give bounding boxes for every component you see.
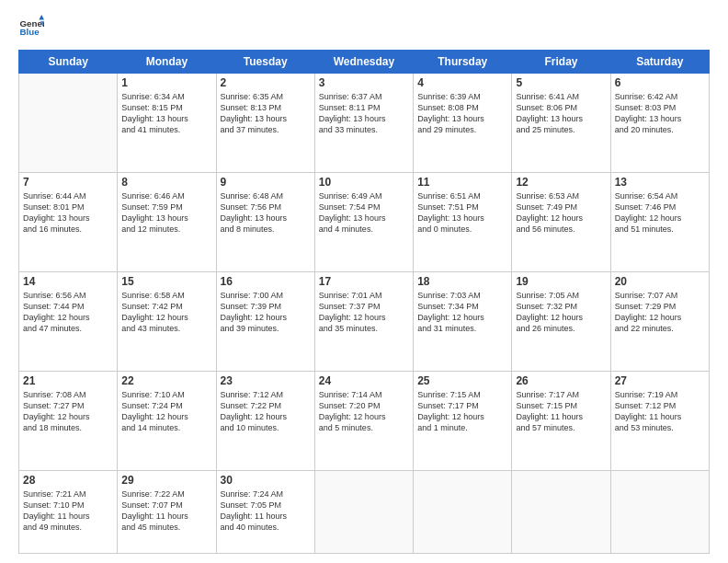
calendar-cell: 27Sunrise: 7:19 AM Sunset: 7:12 PM Dayli…: [610, 372, 709, 471]
day-info: Sunrise: 6:48 AM Sunset: 7:56 PM Dayligh…: [221, 190, 311, 236]
calendar-cell: 26Sunrise: 7:17 AM Sunset: 7:15 PM Dayli…: [512, 372, 610, 471]
calendar-cell: [414, 471, 512, 554]
page-header: General Blue: [18, 15, 710, 40]
logo-icon: General Blue: [18, 15, 44, 40]
day-number: 13: [615, 176, 705, 189]
calendar-cell: 17Sunrise: 7:01 AM Sunset: 7:37 PM Dayli…: [314, 272, 413, 372]
day-number: 3: [319, 76, 409, 89]
calendar-cell: 4Sunrise: 6:39 AM Sunset: 8:08 PM Daylig…: [414, 74, 512, 173]
calendar-cell: 10Sunrise: 6:49 AM Sunset: 7:54 PM Dayli…: [314, 173, 413, 272]
day-number: 2: [221, 76, 311, 89]
svg-text:Blue: Blue: [19, 27, 40, 37]
calendar-cell: 14Sunrise: 6:56 AM Sunset: 7:44 PM Dayli…: [19, 272, 118, 372]
day-number: 4: [417, 76, 507, 89]
calendar-cell: 13Sunrise: 6:54 AM Sunset: 7:46 PM Dayli…: [610, 173, 709, 272]
day-number: 20: [615, 275, 705, 288]
weekday-header: Wednesday: [314, 51, 413, 74]
day-number: 28: [23, 474, 113, 487]
calendar-cell: [512, 471, 610, 554]
day-number: 10: [319, 176, 409, 189]
calendar-cell: 2Sunrise: 6:35 AM Sunset: 8:13 PM Daylig…: [216, 74, 314, 173]
day-info: Sunrise: 6:53 AM Sunset: 7:49 PM Dayligh…: [516, 190, 606, 236]
calendar-cell: 7Sunrise: 6:44 AM Sunset: 8:01 PM Daylig…: [19, 173, 118, 272]
day-info: Sunrise: 7:24 AM Sunset: 7:05 PM Dayligh…: [221, 488, 311, 534]
day-info: Sunrise: 7:19 AM Sunset: 7:12 PM Dayligh…: [615, 389, 705, 434]
day-info: Sunrise: 6:35 AM Sunset: 8:13 PM Dayligh…: [221, 91, 311, 136]
day-number: 21: [23, 374, 113, 387]
calendar-cell: 19Sunrise: 7:05 AM Sunset: 7:32 PM Dayli…: [512, 272, 610, 372]
calendar-cell: 20Sunrise: 7:07 AM Sunset: 7:29 PM Dayli…: [610, 272, 709, 372]
day-number: 11: [417, 176, 507, 189]
calendar-cell: [610, 471, 709, 554]
day-info: Sunrise: 7:03 AM Sunset: 7:34 PM Dayligh…: [417, 290, 507, 335]
day-info: Sunrise: 6:37 AM Sunset: 8:11 PM Dayligh…: [319, 91, 409, 136]
day-number: 8: [121, 176, 211, 189]
day-number: 7: [23, 176, 113, 189]
calendar-cell: 24Sunrise: 7:14 AM Sunset: 7:20 PM Dayli…: [314, 372, 413, 471]
day-number: 16: [221, 275, 311, 288]
weekday-header: Saturday: [610, 51, 709, 74]
day-info: Sunrise: 7:00 AM Sunset: 7:39 PM Dayligh…: [221, 290, 311, 335]
day-number: 15: [121, 275, 211, 288]
calendar-row: 28Sunrise: 7:21 AM Sunset: 7:10 PM Dayli…: [19, 471, 710, 554]
calendar-cell: 11Sunrise: 6:51 AM Sunset: 7:51 PM Dayli…: [414, 173, 512, 272]
header-row: SundayMondayTuesdayWednesdayThursdayFrid…: [19, 51, 710, 74]
weekday-header: Sunday: [19, 51, 118, 74]
logo: General Blue: [18, 15, 48, 40]
calendar-page: General Blue SundayMondayTuesdayWednesda…: [0, 0, 728, 563]
calendar-cell: 22Sunrise: 7:10 AM Sunset: 7:24 PM Dayli…: [118, 372, 216, 471]
day-info: Sunrise: 7:07 AM Sunset: 7:29 PM Dayligh…: [615, 290, 705, 335]
calendar-body: 1Sunrise: 6:34 AM Sunset: 8:15 PM Daylig…: [19, 74, 710, 554]
calendar-cell: 5Sunrise: 6:41 AM Sunset: 8:06 PM Daylig…: [512, 74, 610, 173]
calendar-row: 21Sunrise: 7:08 AM Sunset: 7:27 PM Dayli…: [19, 372, 710, 471]
day-number: 22: [121, 374, 211, 387]
day-number: 12: [516, 176, 606, 189]
calendar-cell: 18Sunrise: 7:03 AM Sunset: 7:34 PM Dayli…: [414, 272, 512, 372]
day-number: 17: [319, 275, 409, 288]
calendar-cell: 6Sunrise: 6:42 AM Sunset: 8:03 PM Daylig…: [610, 74, 709, 173]
calendar-cell: 16Sunrise: 7:00 AM Sunset: 7:39 PM Dayli…: [216, 272, 314, 372]
day-info: Sunrise: 6:34 AM Sunset: 8:15 PM Dayligh…: [121, 91, 211, 136]
day-info: Sunrise: 6:44 AM Sunset: 8:01 PM Dayligh…: [23, 190, 113, 236]
weekday-header: Tuesday: [216, 51, 314, 74]
day-number: 5: [516, 76, 606, 89]
calendar-cell: 15Sunrise: 6:58 AM Sunset: 7:42 PM Dayli…: [118, 272, 216, 372]
day-number: 27: [615, 374, 705, 387]
day-info: Sunrise: 6:56 AM Sunset: 7:44 PM Dayligh…: [23, 290, 113, 335]
calendar-cell: 8Sunrise: 6:46 AM Sunset: 7:59 PM Daylig…: [118, 173, 216, 272]
calendar-cell: [314, 471, 413, 554]
day-number: 26: [516, 374, 606, 387]
day-info: Sunrise: 6:54 AM Sunset: 7:46 PM Dayligh…: [615, 190, 705, 236]
day-number: 29: [121, 474, 211, 487]
calendar-cell: 25Sunrise: 7:15 AM Sunset: 7:17 PM Dayli…: [414, 372, 512, 471]
day-number: 23: [221, 374, 311, 387]
day-number: 1: [121, 76, 211, 89]
day-info: Sunrise: 6:49 AM Sunset: 7:54 PM Dayligh…: [319, 190, 409, 236]
day-info: Sunrise: 7:14 AM Sunset: 7:20 PM Dayligh…: [319, 389, 409, 434]
calendar-cell: 28Sunrise: 7:21 AM Sunset: 7:10 PM Dayli…: [19, 471, 118, 554]
calendar-row: 14Sunrise: 6:56 AM Sunset: 7:44 PM Dayli…: [19, 272, 710, 372]
svg-marker-2: [39, 15, 44, 20]
day-info: Sunrise: 7:08 AM Sunset: 7:27 PM Dayligh…: [23, 389, 113, 434]
calendar-cell: 12Sunrise: 6:53 AM Sunset: 7:49 PM Dayli…: [512, 173, 610, 272]
calendar-header: SundayMondayTuesdayWednesdayThursdayFrid…: [19, 51, 710, 74]
day-number: 24: [319, 374, 409, 387]
day-info: Sunrise: 7:01 AM Sunset: 7:37 PM Dayligh…: [319, 290, 409, 335]
day-info: Sunrise: 7:21 AM Sunset: 7:10 PM Dayligh…: [23, 488, 113, 534]
day-info: Sunrise: 6:41 AM Sunset: 8:06 PM Dayligh…: [516, 91, 606, 136]
weekday-header: Friday: [512, 51, 610, 74]
calendar-cell: 1Sunrise: 6:34 AM Sunset: 8:15 PM Daylig…: [118, 74, 216, 173]
day-number: 19: [516, 275, 606, 288]
day-number: 6: [615, 76, 705, 89]
calendar-row: 1Sunrise: 6:34 AM Sunset: 8:15 PM Daylig…: [19, 74, 710, 173]
day-info: Sunrise: 7:10 AM Sunset: 7:24 PM Dayligh…: [121, 389, 211, 434]
calendar-cell: 9Sunrise: 6:48 AM Sunset: 7:56 PM Daylig…: [216, 173, 314, 272]
day-number: 14: [23, 275, 113, 288]
calendar-cell: 21Sunrise: 7:08 AM Sunset: 7:27 PM Dayli…: [19, 372, 118, 471]
day-info: Sunrise: 6:58 AM Sunset: 7:42 PM Dayligh…: [121, 290, 211, 335]
calendar-row: 7Sunrise: 6:44 AM Sunset: 8:01 PM Daylig…: [19, 173, 710, 272]
day-number: 25: [417, 374, 507, 387]
day-info: Sunrise: 6:42 AM Sunset: 8:03 PM Dayligh…: [615, 91, 705, 136]
day-info: Sunrise: 6:39 AM Sunset: 8:08 PM Dayligh…: [417, 91, 507, 136]
calendar-cell: 23Sunrise: 7:12 AM Sunset: 7:22 PM Dayli…: [216, 372, 314, 471]
